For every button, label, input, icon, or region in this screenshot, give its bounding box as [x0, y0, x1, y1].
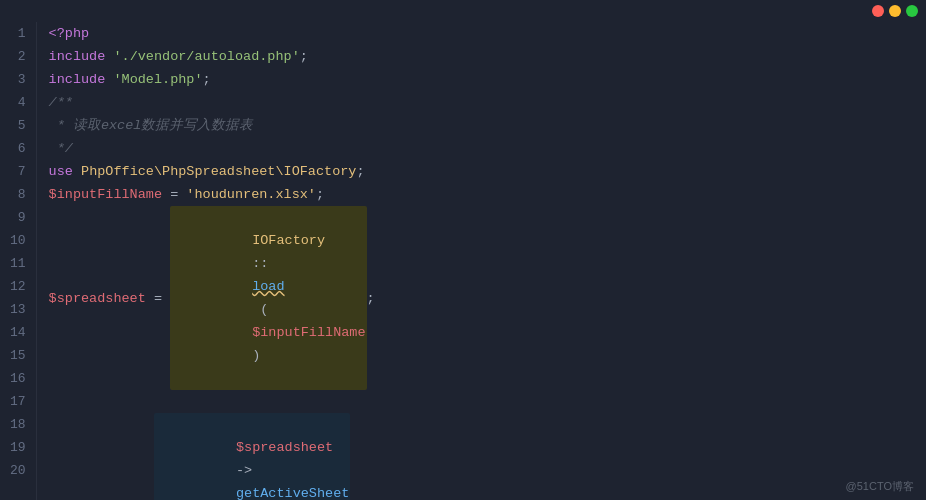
code-line-8: $inputFillName = 'houdunren.xlsx' ; [49, 183, 926, 206]
line-num-14: 14 [10, 321, 26, 344]
line-numbers: 1 2 3 4 5 6 7 8 9 10 11 12 13 14 15 16 1… [0, 22, 37, 500]
code-line-6: */ [49, 137, 926, 160]
code-token: PhpOffice\PhpSpreadsheet\IOFactory [81, 160, 356, 183]
code-token: $inputFillName [252, 325, 365, 340]
code-line-1: <?php [49, 22, 926, 45]
line-num-4: 4 [10, 91, 26, 114]
code-token: -> [236, 463, 252, 478]
code-token: getActiveSheet [236, 486, 349, 500]
code-token: <?php [49, 22, 90, 45]
line-num-11: 11 [10, 252, 26, 275]
code-token: 'houdunren.xlsx' [186, 183, 316, 206]
line-num-19: 19 [10, 436, 26, 459]
code-token: use [49, 160, 73, 183]
line-num-8: 8 [10, 183, 26, 206]
code-token [49, 390, 57, 413]
line-num-18: 18 [10, 413, 26, 436]
code-token: $spreadsheet [236, 440, 333, 455]
code-token: /** [49, 91, 73, 114]
code-token: ; [300, 45, 308, 68]
code-token: * 读取excel数据并写入数据表 [49, 114, 254, 137]
watermark: @51CTO博客 [846, 479, 914, 494]
code-content[interactable]: <?php include './vendor/autoload.php' ; … [37, 22, 926, 500]
line-num-7: 7 [10, 160, 26, 183]
code-token: ; [356, 160, 364, 183]
code-token: './vendor/autoload.php' [113, 45, 299, 68]
line-num-16: 16 [10, 367, 26, 390]
line-num-17: 17 [10, 390, 26, 413]
code-token: $spreadsheet [49, 287, 146, 310]
line-num-9: 9 [10, 206, 26, 229]
code-line-3: include 'Model.php' ; [49, 68, 926, 91]
line-num-3: 3 [10, 68, 26, 91]
code-token [73, 160, 81, 183]
line-num-5: 5 [10, 114, 26, 137]
code-line-5: * 读取excel数据并写入数据表 [49, 114, 926, 137]
code-token: 'Model.php' [113, 68, 202, 91]
maximize-button[interactable] [906, 5, 918, 17]
code-token: IOFactory [252, 233, 325, 248]
line-num-20: 20 [10, 459, 26, 482]
line-num-1: 1 [10, 22, 26, 45]
code-token: */ [49, 137, 73, 160]
code-token: ; [203, 68, 211, 91]
code-token: ; [316, 183, 324, 206]
line-num-10: 10 [10, 229, 26, 252]
code-token: $inputFillName [49, 183, 162, 206]
code-area: 1 2 3 4 5 6 7 8 9 10 11 12 13 14 15 16 1… [0, 22, 926, 500]
code-token: ) [252, 348, 260, 363]
code-line-11: $sheetData = $spreadsheet -> getActiveSh… [49, 413, 926, 500]
line-num-12: 12 [10, 275, 26, 298]
minimize-button[interactable] [889, 5, 901, 17]
title-bar [0, 0, 926, 22]
code-line-7: use PhpOffice\PhpSpreadsheet\IOFactory ; [49, 160, 926, 183]
close-button[interactable] [872, 5, 884, 17]
code-token: = [146, 287, 170, 310]
code-token: ( [252, 302, 268, 317]
code-token: = [162, 183, 186, 206]
code-token [105, 68, 113, 91]
code-token: IOFactory :: load ( $inputFillName ) [170, 206, 366, 390]
code-line-2: include './vendor/autoload.php' ; [49, 45, 926, 68]
line-num-13: 13 [10, 298, 26, 321]
traffic-lights [872, 5, 918, 17]
line-num-2: 2 [10, 45, 26, 68]
line-num-15: 15 [10, 344, 26, 367]
editor-container: 1 2 3 4 5 6 7 8 9 10 11 12 13 14 15 16 1… [0, 0, 926, 500]
code-token [105, 45, 113, 68]
code-line-9: $spreadsheet = IOFactory :: load ( $inpu… [49, 206, 926, 390]
code-line-4: /** [49, 91, 926, 114]
code-token: include [49, 45, 106, 68]
code-line-10 [49, 390, 926, 413]
code-token: include [49, 68, 106, 91]
line-num-6: 6 [10, 137, 26, 160]
code-token: load [252, 279, 284, 294]
code-token: ; [367, 287, 375, 310]
code-token: :: [252, 256, 268, 271]
code-token: $spreadsheet -> getActiveSheet ()-> rang… [154, 413, 350, 500]
